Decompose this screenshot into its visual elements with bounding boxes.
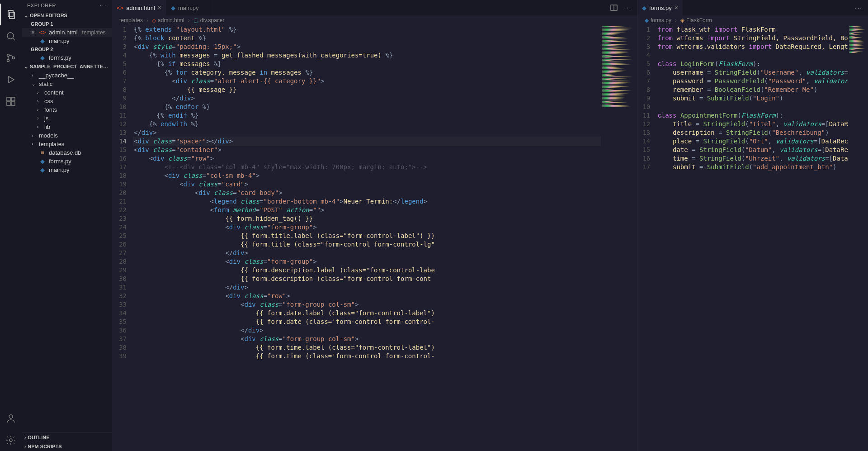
code-line[interactable]: <!--<div class="col mb-4" style="max-wid… [134, 163, 601, 171]
open-editor-item[interactable]: ×<>admin.htmltemplates [22, 28, 112, 37]
more-icon[interactable]: ··· [100, 3, 107, 8]
code-line[interactable]: </div> [134, 283, 601, 292]
split-editor-icon[interactable] [610, 4, 618, 11]
code-line[interactable]: {{ form.description (class="form-control… [134, 275, 601, 283]
settings-gear-icon[interactable] [0, 429, 22, 451]
breadcrumb-right[interactable]: ◆forms.py › ◈FlaskForm [637, 15, 868, 25]
code-line[interactable]: <div class="form-group col-sm"> [134, 300, 601, 309]
tree-item[interactable]: ›__pycache__ [22, 71, 112, 80]
tree-item[interactable]: ›css [22, 97, 112, 105]
code-line[interactable]: <div class="form-group col-sm"> [134, 335, 601, 343]
code-line[interactable]: <div class="row"> [134, 292, 601, 300]
close-icon[interactable]: × [675, 4, 678, 11]
tree-item[interactable]: ◆main.py [22, 166, 112, 174]
close-icon[interactable]: × [158, 4, 161, 11]
tree-item[interactable]: ◆forms.py [22, 157, 112, 166]
code-line[interactable]: {{ form.title (class="form-control form-… [134, 240, 601, 249]
tree-item[interactable]: ›models [22, 131, 112, 140]
code-line[interactable]: {{ form.time.label (class="form-control-… [134, 343, 601, 352]
code-line[interactable] [657, 103, 848, 111]
minimap[interactable] [848, 25, 868, 451]
code-line[interactable]: {% with messages = get_flashed_messages(… [134, 51, 601, 60]
tree-item[interactable]: ›lib [22, 123, 112, 131]
minimap[interactable] [601, 25, 637, 451]
fold-icon[interactable]: ⌄ [658, 60, 664, 68]
source-control-icon[interactable] [0, 47, 22, 69]
tree-item[interactable]: ›content [22, 88, 112, 97]
code-line[interactable]: {{ form.time (class='form-control form-c… [134, 352, 601, 361]
code-line[interactable]: {{ form.date (class='form-control form-c… [134, 318, 601, 326]
more-actions-icon[interactable]: ··· [855, 5, 863, 11]
extensions-icon[interactable] [0, 90, 22, 112]
code-line[interactable]: {% endfor %} [134, 103, 601, 111]
code-line[interactable]: title = StringField("Titel", validators=… [657, 120, 848, 128]
tree-item[interactable]: ›js [22, 114, 112, 123]
code-line[interactable]: remember = BooleanField("Remember Me") [657, 85, 848, 94]
project-section[interactable]: ⌄ SAMPLE_PROJECT_ANNETTE_KL... [22, 62, 112, 71]
code-line[interactable]: {% extends "layout.html" %} [134, 25, 601, 34]
code-line[interactable]: class AppointmentForm(FlaskForm): [657, 111, 848, 120]
search-icon[interactable] [0, 25, 22, 47]
open-editor-item[interactable]: ◆forms.py [22, 53, 112, 62]
code-line[interactable]: <div class="row"> [134, 154, 601, 163]
explorer-icon[interactable] [0, 4, 22, 25]
code-area[interactable]: from flask_wtf import FlaskFormfrom wtfo… [657, 25, 848, 451]
code-line[interactable]: <div class="card"> [134, 180, 601, 189]
close-icon[interactable]: × [30, 29, 36, 36]
code-line[interactable]: from wtforms import StringField, Passwor… [657, 34, 848, 43]
code-line[interactable]: <div class="form-group"> [134, 223, 601, 232]
code-line[interactable]: {% endwith %} [134, 120, 601, 128]
breadcrumb-left[interactable]: templates › ◇admin.html › ⬚div.spacer [112, 15, 637, 25]
npm-scripts-section[interactable]: › NPM SCRIPTS [22, 442, 112, 451]
editor-tab[interactable]: ◆main.py× [166, 0, 210, 15]
code-line[interactable]: {{ form.date.label (class="form-control-… [134, 309, 601, 318]
code-line[interactable]: {{ form.hidden_tag() }} [134, 214, 601, 223]
tree-item[interactable]: ›fonts [22, 105, 112, 114]
code-line[interactable]: </div> [134, 326, 601, 335]
code-line[interactable]: {{ form.title.label (class="form-control… [134, 232, 601, 240]
code-line[interactable]: {% if messages %} [134, 60, 601, 68]
code-line[interactable]: password = PasswordField("Password", val… [657, 77, 848, 85]
account-icon[interactable] [0, 408, 22, 429]
code-line[interactable]: time = StringField("Uhrzeit", validators… [657, 154, 848, 163]
code-line[interactable]: username = StringField("Username", valid… [657, 68, 848, 77]
code-line[interactable]: <div class="col-sm mb-4"> [134, 171, 601, 180]
code-line[interactable]: submit = SubmitField("Login") [657, 94, 848, 103]
tree-item[interactable]: ≡database.db [22, 148, 112, 157]
code-line[interactable]: <div class="spacer"></div> [134, 137, 601, 146]
code-line[interactable]: <div class="container"> [134, 146, 601, 154]
code-line[interactable]: {{ form.description.label (class="form-c… [134, 266, 601, 275]
open-editors-section[interactable]: ⌄ OPEN EDITORS [22, 11, 112, 20]
code-line[interactable]: description = StringField("Beschreibung"… [657, 128, 848, 137]
code-line[interactable] [657, 51, 848, 60]
fold-icon[interactable]: ⌄ [658, 111, 664, 120]
code-line[interactable]: from wtforms.validators import DataRequi… [657, 43, 848, 51]
editor-tab[interactable]: <>admin.html× [112, 0, 166, 15]
code-area[interactable]: {% extends "layout.html" %}{% block cont… [134, 25, 601, 451]
outline-section[interactable]: › OUTLINE [22, 433, 112, 442]
code-line[interactable]: {% block content %} [134, 34, 601, 43]
code-line[interactable]: <div class="alert alert-{{ category }}"> [134, 77, 601, 85]
code-line[interactable]: from flask_wtf import FlaskForm [657, 25, 848, 34]
code-line[interactable]: </div> [134, 249, 601, 257]
tree-item[interactable]: ›templates [22, 140, 112, 148]
run-debug-icon[interactable] [0, 69, 22, 90]
code-line[interactable]: {% endif %} [134, 111, 601, 120]
tree-item[interactable]: ⌄static [22, 80, 112, 88]
code-line[interactable]: </div> [134, 128, 601, 137]
code-line[interactable]: class LoginForm(FlaskForm): [657, 60, 848, 68]
code-line[interactable]: <div class="form-group"> [134, 257, 601, 266]
more-actions-icon[interactable]: ··· [624, 4, 632, 11]
code-line[interactable]: <form method="POST" action=""> [134, 206, 601, 214]
code-line[interactable]: {% for category, message in messages %} [134, 68, 601, 77]
code-line[interactable]: <div class="card-body"> [134, 189, 601, 197]
editor-body-left[interactable]: 1234567891011121314151617181920212223242… [112, 25, 637, 451]
code-line[interactable]: {{ message }} [134, 85, 601, 94]
code-line[interactable]: </div> [134, 94, 601, 103]
code-line[interactable]: <div style="padding: 15px;"> [134, 43, 601, 51]
editor-body-right[interactable]: 1234567891011121314151617 from flask_wtf… [637, 25, 868, 451]
code-line[interactable]: date = StringField("Datum", validators=[… [657, 146, 848, 154]
code-line[interactable]: <legend class="border-bottom mb-4">Neuer… [134, 197, 601, 206]
open-editor-item[interactable]: ◆main.py [22, 37, 112, 45]
code-line[interactable]: submit = SubmitField("add_appointment_bt… [657, 163, 848, 171]
